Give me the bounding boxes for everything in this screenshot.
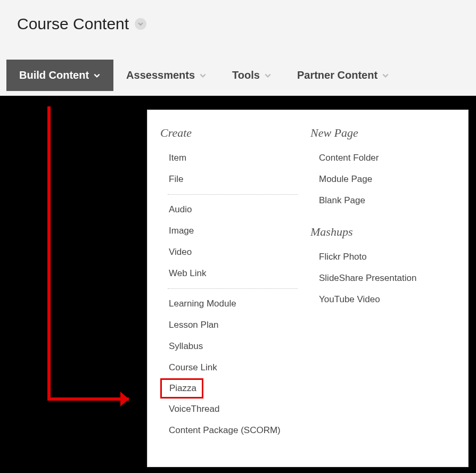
menu-item-flickr-photo[interactable]: Flickr Photo: [310, 246, 455, 268]
menu-item-video[interactable]: Video: [160, 242, 305, 263]
menu-divider: [168, 288, 298, 289]
chevron-down-icon: [137, 21, 144, 27]
page-title-row: Course Content: [0, 0, 476, 33]
tab-build-content[interactable]: Build Content: [6, 60, 113, 91]
menu-item-file[interactable]: File: [160, 169, 305, 190]
menu-item-module-page[interactable]: Module Page: [310, 169, 455, 190]
tab-label: Partner Content: [297, 69, 377, 81]
dropdown-column-left: Create Item File Audio Image Video Web L…: [160, 123, 305, 451]
tab-label: Build Content: [19, 69, 89, 81]
chevron-down-icon: [199, 72, 207, 79]
chevron-down-icon: [382, 72, 389, 79]
tab-tools[interactable]: Tools: [219, 60, 284, 91]
tab-label: Assessments: [126, 69, 195, 81]
menu-item-slideshare-presentation[interactable]: SlideShare Presentation: [310, 268, 455, 289]
menu-item-lesson-plan[interactable]: Lesson Plan: [160, 314, 305, 336]
content-toolbar: Build Content Assessments Tools Partner …: [6, 60, 402, 91]
menu-item-voicethread[interactable]: VoiceThread: [160, 399, 305, 420]
section-heading-new-page: New Page: [310, 126, 455, 140]
menu-item-web-link[interactable]: Web Link: [160, 263, 305, 284]
tab-label: Tools: [232, 69, 260, 81]
annotation-arrow-icon: [45, 104, 146, 413]
dropdown-column-right: New Page Content Folder Module Page Blan…: [310, 123, 455, 451]
menu-item-item[interactable]: Item: [160, 147, 305, 169]
chevron-down-icon: [93, 72, 101, 79]
page-title-context-menu[interactable]: [135, 18, 146, 30]
menu-item-syllabus[interactable]: Syllabus: [160, 336, 305, 357]
menu-item-content-package-scorm[interactable]: Content Package (SCORM): [160, 420, 305, 441]
section-heading-mashups: Mashups: [310, 225, 455, 239]
menu-item-piazza[interactable]: Piazza: [160, 378, 203, 399]
content-header-panel: Course Content Build Content Assessments…: [0, 0, 476, 96]
menu-item-blank-page[interactable]: Blank Page: [310, 190, 455, 211]
build-content-dropdown: Create Item File Audio Image Video Web L…: [147, 110, 469, 467]
menu-item-image[interactable]: Image: [160, 220, 305, 242]
menu-divider: [168, 194, 298, 195]
menu-item-course-link[interactable]: Course Link: [160, 357, 305, 378]
menu-item-learning-module[interactable]: Learning Module: [160, 293, 305, 314]
section-heading-create: Create: [160, 126, 305, 140]
menu-item-youtube-video[interactable]: YouTube Video: [310, 289, 455, 310]
tab-partner-content[interactable]: Partner Content: [284, 60, 402, 91]
menu-item-content-folder[interactable]: Content Folder: [310, 147, 455, 169]
chevron-down-icon: [264, 72, 272, 79]
tab-assessments[interactable]: Assessments: [113, 60, 219, 91]
menu-item-audio[interactable]: Audio: [160, 199, 305, 220]
page-title: Course Content: [17, 15, 129, 33]
